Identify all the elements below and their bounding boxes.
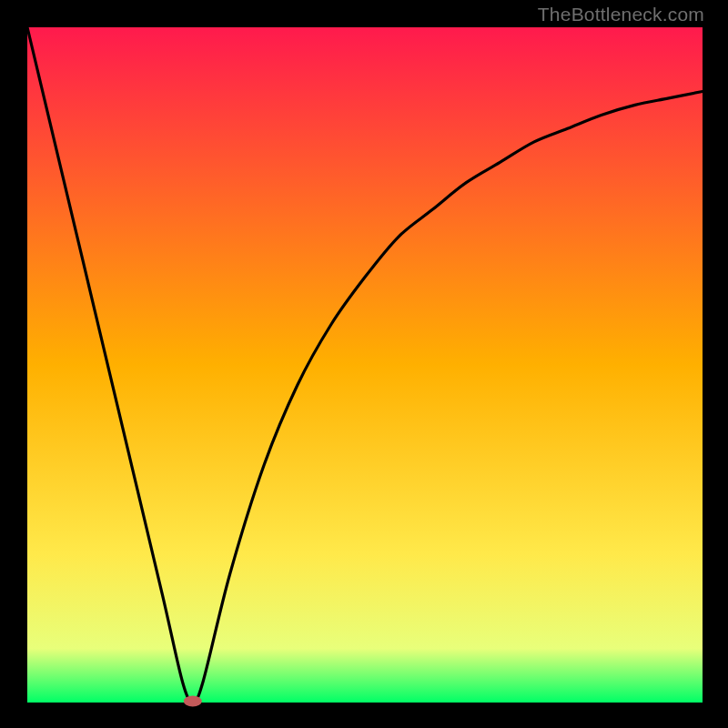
optimal-marker [184,696,202,707]
chart-stage: TheBottleneck.com [0,0,728,728]
plot-background [27,27,703,703]
credit-text: TheBottleneck.com [538,4,704,25]
bottleneck-chart [0,0,728,728]
